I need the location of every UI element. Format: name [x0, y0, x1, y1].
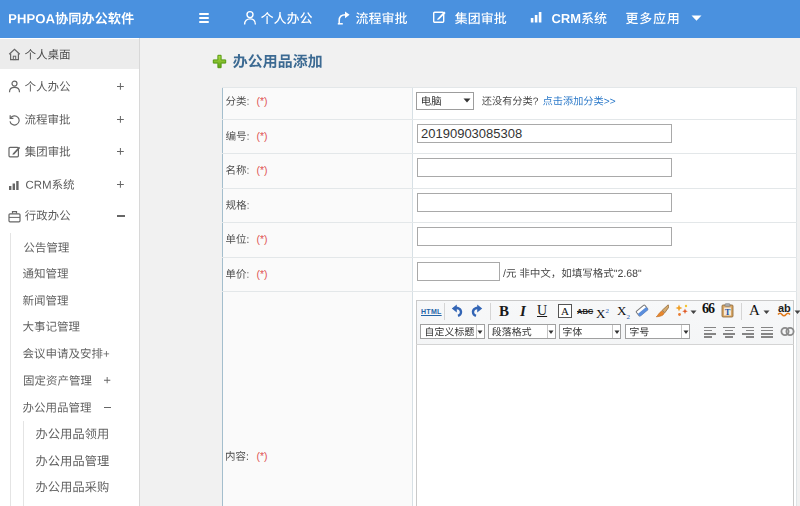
svg-text:T: T: [725, 307, 731, 317]
svg-text:A: A: [561, 305, 569, 317]
svg-text:ab: ab: [778, 302, 791, 314]
